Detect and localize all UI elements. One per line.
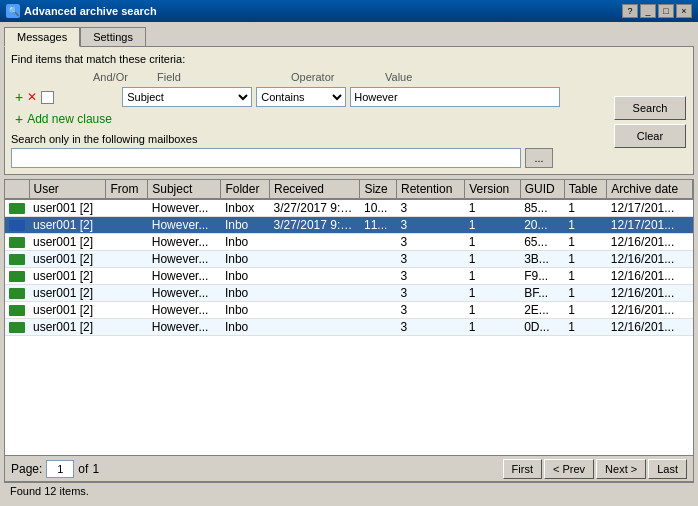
row-folder: Inbo	[221, 285, 270, 302]
row-icon	[5, 217, 29, 234]
mailbox-label: Search only in the following mailboxes	[11, 133, 687, 145]
col-version: Version	[465, 180, 520, 199]
row-from	[106, 319, 148, 336]
row-guid: 85...	[520, 199, 564, 217]
row-archive-date: 12/16/201...	[607, 268, 693, 285]
row-guid: BF...	[520, 285, 564, 302]
table-row[interactable]: user001 [2] However... Inbo 3 1 3B... 1 …	[5, 251, 693, 268]
add-clause-btn[interactable]: + Add new clause	[15, 111, 687, 127]
table-row[interactable]: user001 [2] However... Inbo 3 1 2E... 1 …	[5, 302, 693, 319]
row-icon	[5, 319, 29, 336]
row-user: user001 [2]	[29, 268, 106, 285]
row-icon	[5, 285, 29, 302]
col-retention: Retention	[397, 180, 465, 199]
value-input[interactable]	[350, 87, 560, 107]
row-subject: However...	[148, 251, 221, 268]
help-button[interactable]: ?	[622, 4, 638, 18]
table-row[interactable]: user001 [2] However... Inbo 3 1 0D... 1 …	[5, 319, 693, 336]
row-version: 1	[465, 234, 520, 251]
row-size	[360, 319, 397, 336]
row-from	[106, 199, 148, 217]
tab-settings[interactable]: Settings	[80, 27, 146, 47]
table-row[interactable]: user001 [2] However... Inbo 3 1 65... 1 …	[5, 234, 693, 251]
row-user: user001 [2]	[29, 234, 106, 251]
row-retention: 3	[397, 268, 465, 285]
col-icon	[5, 180, 29, 199]
prev-button[interactable]: < Prev	[544, 459, 594, 479]
col-field: Field	[157, 71, 287, 83]
of-label: of	[78, 462, 88, 476]
field-select[interactable]: Subject From To Date	[122, 87, 252, 107]
tab-messages[interactable]: Messages	[4, 27, 80, 47]
remove-icon[interactable]: ✕	[27, 90, 37, 104]
table-row[interactable]: user001 [2] However... Inbo 3/27/2017 9:…	[5, 217, 693, 234]
row-guid: 3B...	[520, 251, 564, 268]
last-button[interactable]: Last	[648, 459, 687, 479]
row-icon	[5, 234, 29, 251]
row-size	[360, 285, 397, 302]
col-user: User	[29, 180, 106, 199]
row-user: user001 [2]	[29, 251, 106, 268]
row-guid: F9...	[520, 268, 564, 285]
page-label: Page:	[11, 462, 42, 476]
row-size	[360, 302, 397, 319]
minimize-button[interactable]: _	[640, 4, 656, 18]
first-button[interactable]: First	[503, 459, 542, 479]
row-from	[106, 302, 148, 319]
row-guid: 20...	[520, 217, 564, 234]
app-icon: 🔍	[6, 4, 20, 18]
row-table: 1	[564, 234, 607, 251]
row-version: 1	[465, 285, 520, 302]
add-icon[interactable]: +	[15, 89, 23, 105]
row-from	[106, 234, 148, 251]
row-archive-date: 12/17/201...	[607, 217, 693, 234]
row-retention: 3	[397, 199, 465, 217]
row-folder: Inbo	[221, 251, 270, 268]
table-row[interactable]: user001 [2] However... Inbo 3 1 F9... 1 …	[5, 268, 693, 285]
operator-select[interactable]: Contains Equals Starts with	[256, 87, 346, 107]
row-table: 1	[564, 302, 607, 319]
row-version: 1	[465, 268, 520, 285]
row-from	[106, 285, 148, 302]
col-archive-date: Archive date	[607, 180, 693, 199]
col-andor: And/Or	[93, 71, 153, 83]
row-user: user001 [2]	[29, 217, 106, 234]
row-folder: Inbox	[221, 199, 270, 217]
row-size	[360, 251, 397, 268]
col-value: Value	[385, 71, 412, 83]
close-button[interactable]: ×	[676, 4, 692, 18]
row-archive-date: 12/16/201...	[607, 285, 693, 302]
search-button[interactable]: Search	[614, 96, 686, 120]
row-from	[106, 268, 148, 285]
table-row[interactable]: user001 [2] However... Inbox 3/27/2017 9…	[5, 199, 693, 217]
col-table: Table	[564, 180, 607, 199]
row-retention: 3	[397, 234, 465, 251]
mailbox-input[interactable]	[11, 148, 521, 168]
clause-check[interactable]	[41, 91, 54, 104]
status-bar: Found 12 items.	[4, 482, 694, 502]
row-table: 1	[564, 199, 607, 217]
row-version: 1	[465, 319, 520, 336]
page-input[interactable]	[46, 460, 74, 478]
row-size	[360, 268, 397, 285]
row-received: 3/27/2017 9:24 AM	[270, 199, 360, 217]
col-guid: GUID	[520, 180, 564, 199]
row-retention: 3	[397, 217, 465, 234]
maximize-button[interactable]: □	[658, 4, 674, 18]
col-from: From	[106, 180, 148, 199]
row-folder: Inbo	[221, 234, 270, 251]
title-bar-title: Advanced archive search	[24, 5, 157, 17]
row-user: user001 [2]	[29, 302, 106, 319]
table-row[interactable]: user001 [2] However... Inbo 3 1 BF... 1 …	[5, 285, 693, 302]
row-subject: However...	[148, 268, 221, 285]
row-from	[106, 251, 148, 268]
mailbox-browse-button[interactable]: ...	[525, 148, 553, 168]
next-button[interactable]: Next >	[596, 459, 646, 479]
row-archive-date: 12/17/201...	[607, 199, 693, 217]
col-subject: Subject	[148, 180, 221, 199]
row-version: 1	[465, 251, 520, 268]
row-received	[270, 319, 360, 336]
clear-button[interactable]: Clear	[614, 124, 686, 148]
row-guid: 65...	[520, 234, 564, 251]
row-received	[270, 234, 360, 251]
